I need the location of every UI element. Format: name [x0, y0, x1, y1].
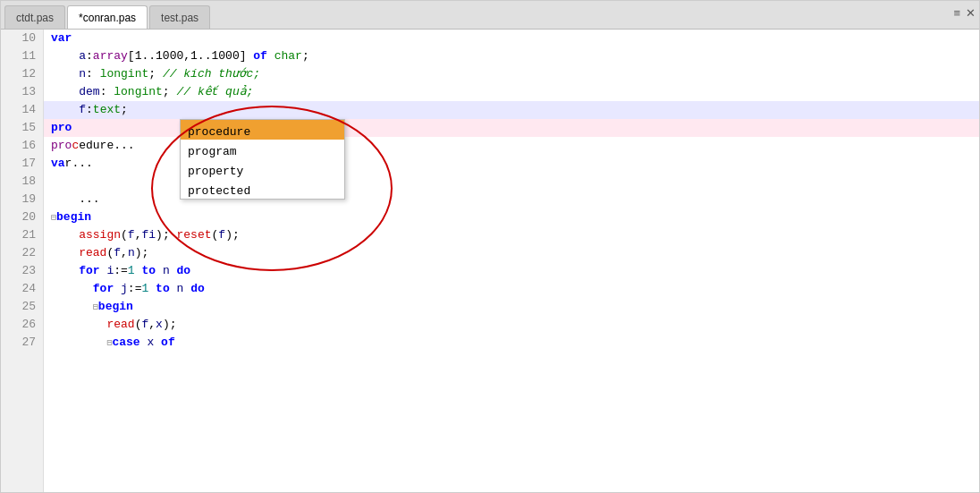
line-21: assign(f,fi); reset(f);: [44, 226, 979, 244]
line-23: for i:=1 to n do: [44, 262, 979, 280]
line-numbers: 10 11 12 13 14 15 16 17 18 19 20 21 22 2…: [1, 30, 44, 492]
line-num-15: 15: [1, 119, 43, 137]
line-num-19: 19: [1, 191, 43, 208]
tab-bar: ctdt.pas *conran.pas test.pas ≡ ✕: [1, 1, 979, 30]
line-num-18: 18: [1, 173, 43, 191]
line-12: n: longint; // kích thước;: [44, 65, 979, 83]
code-content[interactable]: var a:array[1..1000,1..1000] of char; n:…: [44, 30, 979, 492]
autocomplete-item-procedure[interactable]: procedure: [181, 120, 344, 140]
tab-ctdt-label: ctdt.pas: [16, 12, 54, 24]
close-button[interactable]: ✕: [966, 6, 976, 20]
tab-conran[interactable]: *conran.pas: [67, 5, 148, 29]
autocomplete-item-protected[interactable]: protected: [181, 179, 344, 199]
line-num-12: 12: [1, 65, 43, 83]
line-24: for j:=1 to n do: [44, 280, 979, 298]
line-num-11: 11: [1, 47, 43, 65]
line-num-16: 16: [1, 137, 43, 155]
line-num-26: 26: [1, 316, 43, 334]
line-27: ⊟case x of: [44, 334, 979, 352]
line-14: f:text;: [44, 101, 979, 119]
line-13: dem: longint; // kết quả;: [44, 83, 979, 101]
line-26: read(f,x);: [44, 316, 979, 334]
line-20: ⊟begin: [44, 208, 979, 226]
line-num-22: 22: [1, 244, 43, 262]
editor: ctdt.pas *conran.pas test.pas ≡ ✕ 10 11 …: [0, 0, 980, 493]
line-num-10: 10: [1, 30, 43, 47]
line-num-21: 21: [1, 226, 43, 244]
line-num-14: 14: [1, 101, 43, 119]
code-area: 10 11 12 13 14 15 16 17 18 19 20 21 22 2…: [1, 30, 979, 492]
pin-button[interactable]: ≡: [953, 6, 960, 20]
autocomplete-item-program[interactable]: program: [181, 140, 344, 159]
tab-controls: ≡ ✕: [953, 6, 976, 20]
line-10: var: [44, 30, 979, 47]
tab-conran-label: *conran.pas: [79, 12, 136, 24]
line-num-24: 24: [1, 280, 43, 298]
tab-test-label: test.pas: [161, 12, 199, 24]
line-25: ⊟begin: [44, 298, 979, 316]
line-num-20: 20: [1, 208, 43, 226]
line-11: a:array[1..1000,1..1000] of char;: [44, 47, 979, 65]
tab-test[interactable]: test.pas: [149, 5, 210, 29]
line-num-25: 25: [1, 298, 43, 316]
autocomplete-dropdown: procedure program property protected: [180, 119, 345, 200]
autocomplete-item-property[interactable]: property: [181, 159, 344, 179]
line-num-23: 23: [1, 262, 43, 280]
line-num-27: 27: [1, 334, 43, 352]
line-num-17: 17: [1, 155, 43, 173]
line-num-13: 13: [1, 83, 43, 101]
line-22: read(f,n);: [44, 244, 979, 262]
tab-ctdt[interactable]: ctdt.pas: [4, 5, 65, 29]
